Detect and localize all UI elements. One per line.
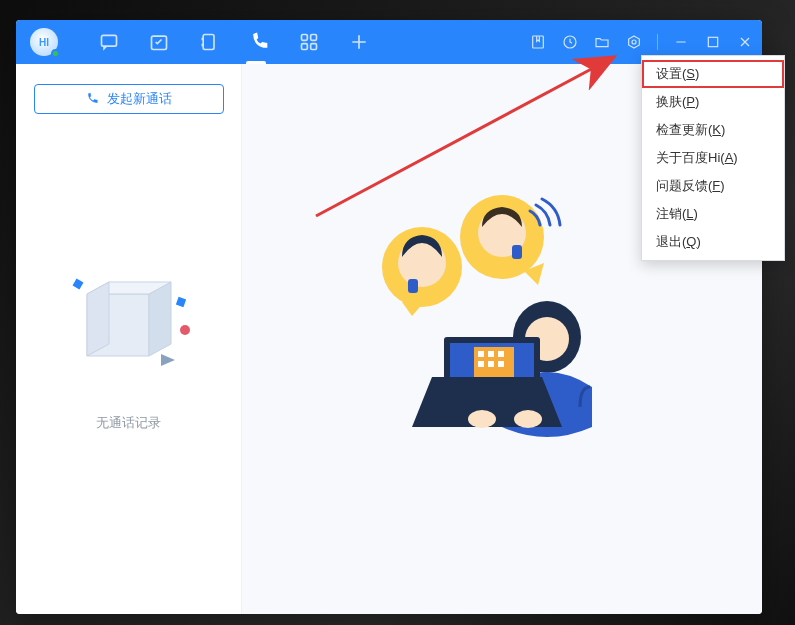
- svg-rect-43: [478, 361, 484, 367]
- svg-rect-8: [302, 44, 308, 50]
- avatar[interactable]: HI: [30, 28, 58, 56]
- svg-marker-26: [161, 354, 175, 366]
- avatar-text: HI: [39, 37, 49, 48]
- nav-tabs: H!: [98, 31, 370, 53]
- new-call-label: 发起新通话: [107, 90, 172, 108]
- menu-item-exit[interactable]: 退出(Q): [642, 228, 784, 256]
- svg-rect-24: [175, 297, 185, 307]
- menu-item-skin[interactable]: 换肤(P): [642, 88, 784, 116]
- settings-menu: 设置(S) 换肤(P) 检查更新(K) 关于百度Hi(A) 问题反馈(F) 注销…: [641, 55, 785, 261]
- chat-icon[interactable]: H!: [98, 31, 120, 53]
- svg-rect-32: [512, 245, 522, 259]
- menu-item-label: 关于百度Hi(A): [656, 149, 738, 167]
- settings-icon[interactable]: [625, 33, 643, 51]
- svg-rect-44: [488, 361, 494, 367]
- divider: [657, 34, 658, 50]
- svg-point-14: [632, 40, 636, 44]
- svg-rect-23: [72, 279, 83, 290]
- calendar-icon[interactable]: [148, 31, 170, 53]
- maximize-button[interactable]: [704, 33, 722, 51]
- svg-rect-42: [498, 351, 504, 357]
- menu-item-feedback[interactable]: 问题反馈(F): [642, 172, 784, 200]
- svg-rect-45: [498, 361, 504, 367]
- new-call-button[interactable]: 发起新通话: [34, 84, 224, 114]
- svg-rect-16: [708, 37, 717, 46]
- empty-state: 无通话记录: [59, 264, 199, 432]
- phone-icon: [85, 92, 99, 106]
- svg-rect-30: [408, 279, 418, 293]
- empty-box-illustration: [59, 264, 199, 384]
- menu-item-about[interactable]: 关于百度Hi(A): [642, 144, 784, 172]
- call-illustration: [352, 187, 652, 447]
- menu-item-label: 注销(L): [656, 205, 698, 223]
- add-icon[interactable]: [348, 31, 370, 53]
- menu-item-settings[interactable]: 设置(S): [642, 60, 784, 88]
- svg-rect-41: [488, 351, 494, 357]
- titlebar-right: [529, 33, 754, 51]
- call-icon[interactable]: [248, 31, 270, 53]
- empty-state-text: 无通话记录: [96, 414, 161, 432]
- menu-item-label: 检查更新(K): [656, 121, 725, 139]
- presence-indicator: [51, 49, 60, 58]
- contacts-icon[interactable]: [198, 31, 220, 53]
- history-icon[interactable]: [561, 33, 579, 51]
- svg-rect-3: [203, 35, 214, 50]
- minimize-button[interactable]: [672, 33, 690, 51]
- folder-icon[interactable]: [593, 33, 611, 51]
- svg-point-25: [180, 325, 190, 335]
- close-button[interactable]: [736, 33, 754, 51]
- svg-point-47: [514, 410, 542, 428]
- sidebar: 发起新通话 无通话记录: [16, 64, 242, 614]
- svg-rect-7: [311, 35, 317, 41]
- bookmark-icon[interactable]: [529, 33, 547, 51]
- svg-rect-6: [302, 35, 308, 41]
- svg-rect-9: [311, 44, 317, 50]
- svg-marker-20: [149, 282, 171, 356]
- svg-rect-40: [478, 351, 484, 357]
- apps-icon[interactable]: [298, 31, 320, 53]
- menu-item-update[interactable]: 检查更新(K): [642, 116, 784, 144]
- svg-marker-22: [87, 282, 109, 356]
- menu-item-label: 设置(S): [656, 65, 699, 83]
- menu-item-label: 退出(Q): [656, 233, 701, 251]
- menu-item-label: 换肤(P): [656, 93, 699, 111]
- menu-item-label: 问题反馈(F): [656, 177, 725, 195]
- svg-text:H!: H!: [105, 36, 113, 45]
- menu-item-logout[interactable]: 注销(L): [642, 200, 784, 228]
- svg-rect-12: [533, 36, 544, 48]
- svg-point-46: [468, 410, 496, 428]
